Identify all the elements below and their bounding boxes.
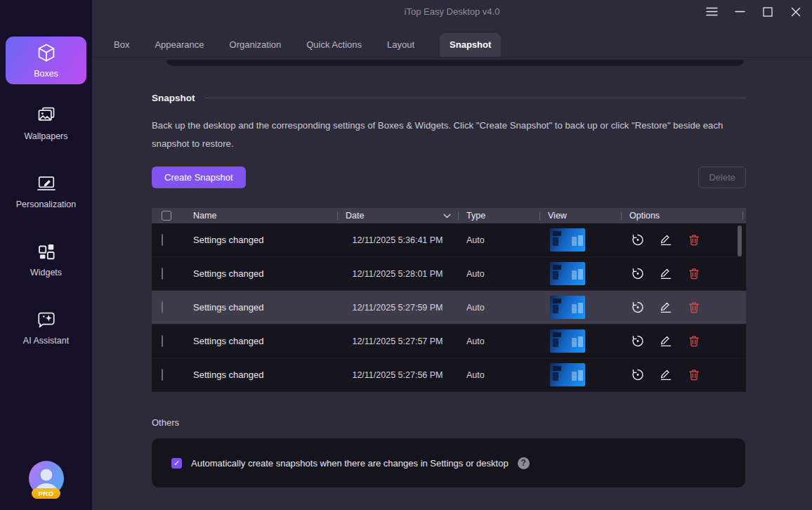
cube-icon bbox=[36, 42, 57, 63]
row-checkbox[interactable] bbox=[162, 369, 163, 381]
sidebar-item-widgets[interactable]: Widgets bbox=[6, 237, 86, 282]
snapshot-thumbnail[interactable] bbox=[550, 329, 585, 353]
snapshot-type: Auto bbox=[458, 370, 539, 380]
chevron-down-icon bbox=[443, 214, 451, 218]
row-checkbox[interactable] bbox=[162, 301, 163, 313]
restore-icon[interactable] bbox=[631, 368, 645, 382]
others-section-title: Others bbox=[152, 417, 746, 428]
delete-icon[interactable] bbox=[687, 334, 701, 348]
column-header-options[interactable]: Options bbox=[621, 208, 746, 223]
edit-icon[interactable] bbox=[659, 368, 673, 382]
sidebar: Boxes Wallpapers Personal bbox=[0, 0, 92, 510]
help-icon[interactable]: ? bbox=[518, 457, 530, 469]
column-header-date[interactable]: Date bbox=[337, 208, 458, 223]
titlebar: iTop Easy Desktop v4.0 bbox=[92, 0, 812, 23]
restore-icon[interactable] bbox=[631, 301, 645, 315]
section-divider bbox=[204, 98, 746, 98]
snapshot-panel: Snapshot Back up the desktop and the cor… bbox=[92, 58, 812, 510]
table-row[interactable]: Settings changed 12/11/2025 5:36:41 PM A… bbox=[152, 223, 746, 257]
snapshot-type: Auto bbox=[458, 336, 539, 346]
tab-box[interactable]: Box bbox=[114, 33, 129, 57]
minimize-icon[interactable] bbox=[729, 3, 750, 21]
snapshot-thumbnail[interactable] bbox=[550, 363, 585, 386]
snapshot-date: 12/11/2025 5:27:59 PM bbox=[337, 303, 458, 313]
edit-icon[interactable] bbox=[659, 267, 673, 281]
row-checkbox[interactable] bbox=[162, 234, 163, 246]
snapshot-name: Settings changed bbox=[193, 336, 337, 346]
snapshot-table: Name Date Type View Options Settings cha… bbox=[152, 208, 746, 392]
snapshot-date: 12/11/2025 5:27:57 PM bbox=[337, 336, 458, 346]
ai-assistant-icon bbox=[36, 309, 57, 330]
edit-icon[interactable] bbox=[659, 334, 673, 348]
sidebar-item-label: Wallpapers bbox=[24, 131, 67, 141]
section-title: Snapshot bbox=[152, 93, 195, 103]
snapshot-date: 12/11/2025 5:27:56 PM bbox=[337, 370, 458, 380]
sidebar-item-ai-assistant[interactable]: AI Assistant bbox=[6, 305, 86, 350]
snapshot-date: 12/11/2025 5:28:01 PM bbox=[337, 269, 458, 279]
row-checkbox[interactable] bbox=[162, 335, 163, 347]
snapshot-thumbnail[interactable] bbox=[550, 228, 585, 251]
restore-icon[interactable] bbox=[631, 267, 645, 281]
personalization-icon bbox=[36, 173, 57, 194]
snapshot-type: Auto bbox=[458, 235, 539, 245]
menu-icon[interactable] bbox=[701, 3, 722, 21]
snapshot-name: Settings changed bbox=[193, 268, 337, 279]
sidebar-item-label: AI Assistant bbox=[23, 336, 69, 346]
create-snapshot-button[interactable]: Create Snapshot bbox=[152, 166, 246, 188]
table-row[interactable]: Settings changed 12/11/2025 5:27:59 PM A… bbox=[152, 291, 746, 325]
table-header: Name Date Type View Options bbox=[152, 208, 746, 223]
table-row[interactable]: Settings changed 12/11/2025 5:27:56 PM A… bbox=[152, 358, 746, 392]
tab-snapshot[interactable]: Snapshot bbox=[440, 33, 501, 57]
tab-appearance[interactable]: Appearance bbox=[155, 33, 204, 57]
snapshot-type: Auto bbox=[458, 269, 539, 279]
snapshot-section-header: Snapshot bbox=[152, 93, 746, 103]
close-icon[interactable] bbox=[785, 3, 806, 21]
wallpapers-icon bbox=[36, 105, 57, 126]
table-scrollbar[interactable] bbox=[738, 225, 742, 256]
snapshot-thumbnail[interactable] bbox=[550, 296, 585, 319]
snapshot-date: 12/11/2025 5:36:41 PM bbox=[337, 235, 458, 245]
auto-snapshot-checkbox[interactable]: ✓ bbox=[171, 458, 182, 469]
select-all-checkbox[interactable] bbox=[162, 211, 171, 221]
auto-snapshot-label: Automatically create snapshots when ther… bbox=[191, 458, 509, 469]
maximize-icon[interactable] bbox=[757, 3, 778, 21]
column-header-type[interactable]: Type bbox=[458, 208, 539, 223]
column-header-name[interactable]: Name bbox=[193, 208, 337, 223]
snapshot-name: Settings changed bbox=[193, 302, 337, 313]
delete-button[interactable]: Delete bbox=[698, 166, 746, 188]
delete-icon[interactable] bbox=[687, 233, 701, 247]
sidebar-item-label: Widgets bbox=[30, 268, 62, 277]
window-controls bbox=[701, 3, 806, 21]
sidebar-item-boxes[interactable]: Boxes bbox=[6, 37, 86, 84]
delete-icon[interactable] bbox=[687, 267, 701, 281]
delete-icon[interactable] bbox=[687, 301, 701, 315]
edit-icon[interactable] bbox=[659, 301, 673, 315]
account-area: PRO bbox=[0, 461, 92, 499]
pro-badge[interactable]: PRO bbox=[32, 488, 60, 499]
app-window: Boxes Wallpapers Personal bbox=[0, 0, 812, 510]
sidebar-item-wallpapers[interactable]: Wallpapers bbox=[6, 100, 86, 145]
snapshot-name: Settings changed bbox=[193, 235, 337, 245]
tab-quick-actions[interactable]: Quick Actions bbox=[306, 33, 362, 57]
snapshot-name: Settings changed bbox=[193, 370, 337, 380]
table-row[interactable]: Settings changed 12/11/2025 5:28:01 PM A… bbox=[152, 257, 746, 291]
sidebar-item-label: Personalization bbox=[16, 200, 76, 209]
snapshot-actions: Create Snapshot Delete bbox=[152, 166, 746, 188]
column-header-view[interactable]: View bbox=[539, 208, 621, 223]
tabbar: Box Appearance Organization Quick Action… bbox=[92, 23, 812, 58]
restore-icon[interactable] bbox=[631, 334, 645, 348]
table-row[interactable]: Settings changed 12/11/2025 5:27:57 PM A… bbox=[152, 325, 746, 358]
sidebar-item-personalization[interactable]: Personalization bbox=[6, 169, 86, 214]
main-area: iTop Easy Desktop v4.0 Box Appearance Or… bbox=[92, 0, 812, 510]
tab-layout[interactable]: Layout bbox=[387, 33, 414, 57]
restore-icon[interactable] bbox=[631, 233, 645, 247]
delete-icon[interactable] bbox=[687, 368, 701, 382]
tab-organization[interactable]: Organization bbox=[230, 33, 282, 57]
scrolled-card-edge bbox=[166, 60, 744, 66]
snapshot-thumbnail[interactable] bbox=[550, 262, 585, 285]
snapshot-type: Auto bbox=[458, 303, 539, 313]
sidebar-item-label: Boxes bbox=[34, 69, 58, 79]
row-checkbox[interactable] bbox=[162, 268, 163, 280]
widgets-icon bbox=[36, 241, 57, 262]
edit-icon[interactable] bbox=[659, 233, 673, 247]
